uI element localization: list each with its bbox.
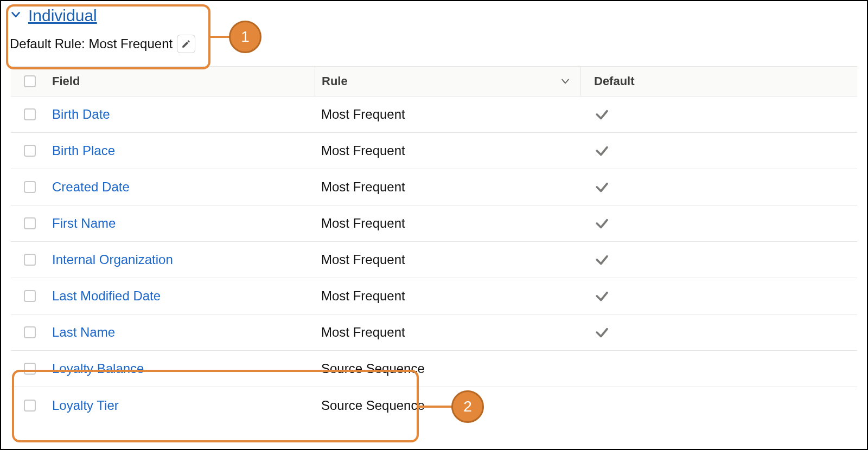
table-row: Birth DateMost Frequent <box>11 97 857 133</box>
table-row: Loyalty BalanceSource Sequence <box>11 351 857 387</box>
field-link[interactable]: Birth Place <box>52 143 115 158</box>
edit-default-rule-button[interactable] <box>177 35 195 53</box>
row-checkbox[interactable] <box>24 217 36 229</box>
rule-value: Most Frequent <box>321 325 405 340</box>
row-checkbox[interactable] <box>24 145 36 157</box>
check-icon <box>593 324 610 340</box>
check-icon <box>593 288 610 304</box>
check-icon <box>593 215 610 232</box>
table-row: Last Modified DateMost Frequent <box>11 278 857 314</box>
table-row: Birth PlaceMost Frequent <box>11 133 857 169</box>
rule-value: Most Frequent <box>321 143 405 158</box>
field-link[interactable]: Last Name <box>52 325 115 340</box>
default-rule-label: Default Rule: Most Frequent <box>10 36 173 52</box>
table-row: First NameMost Frequent <box>11 205 857 242</box>
field-link[interactable]: First Name <box>52 216 116 231</box>
rule-value: Source Sequence <box>321 361 425 376</box>
rules-table: Field Rule Default Birth DateMost Freque… <box>11 66 857 423</box>
column-header-field[interactable]: Field <box>49 67 315 96</box>
column-header-rule[interactable]: Rule <box>315 67 580 96</box>
chevron-down-icon[interactable] <box>10 9 22 23</box>
table-row: Internal OrganizationMost Frequent <box>11 242 857 278</box>
row-checkbox[interactable] <box>24 254 36 266</box>
row-checkbox[interactable] <box>24 108 36 120</box>
check-icon <box>593 143 610 159</box>
check-icon <box>593 252 610 268</box>
table-row: Created DateMost Frequent <box>11 169 857 205</box>
field-link[interactable]: Loyalty Tier <box>52 398 119 413</box>
rule-value: Most Frequent <box>321 216 405 231</box>
column-header-default[interactable]: Default <box>580 67 857 96</box>
chevron-down-icon <box>560 76 571 87</box>
column-header-rule-label: Rule <box>322 74 348 88</box>
section-title-link[interactable]: Individual <box>28 7 97 25</box>
check-icon <box>593 179 610 195</box>
field-link[interactable]: Last Modified Date <box>52 288 161 304</box>
row-checkbox[interactable] <box>24 290 36 302</box>
table-header-row: Field Rule Default <box>11 66 857 97</box>
row-checkbox[interactable] <box>24 400 36 412</box>
field-link[interactable]: Internal Organization <box>52 252 173 267</box>
section-header: Individual Default Rule: Most Frequent <box>1 1 867 57</box>
check-icon <box>593 106 610 123</box>
row-checkbox[interactable] <box>24 363 36 375</box>
rule-value: Most Frequent <box>321 107 405 122</box>
pencil-icon <box>181 39 191 49</box>
select-all-checkbox[interactable] <box>24 75 36 87</box>
field-link[interactable]: Birth Date <box>52 107 110 122</box>
field-link[interactable]: Created Date <box>52 179 130 195</box>
row-checkbox[interactable] <box>24 181 36 193</box>
table-row: Last NameMost Frequent <box>11 314 857 351</box>
rule-value: Most Frequent <box>321 179 405 195</box>
row-checkbox[interactable] <box>24 326 36 338</box>
rule-value: Source Sequence <box>321 398 425 413</box>
field-link[interactable]: Loyalty Balance <box>52 361 144 376</box>
table-row: Loyalty TierSource Sequence <box>11 387 857 423</box>
rule-value: Most Frequent <box>321 288 405 304</box>
rule-value: Most Frequent <box>321 252 405 267</box>
